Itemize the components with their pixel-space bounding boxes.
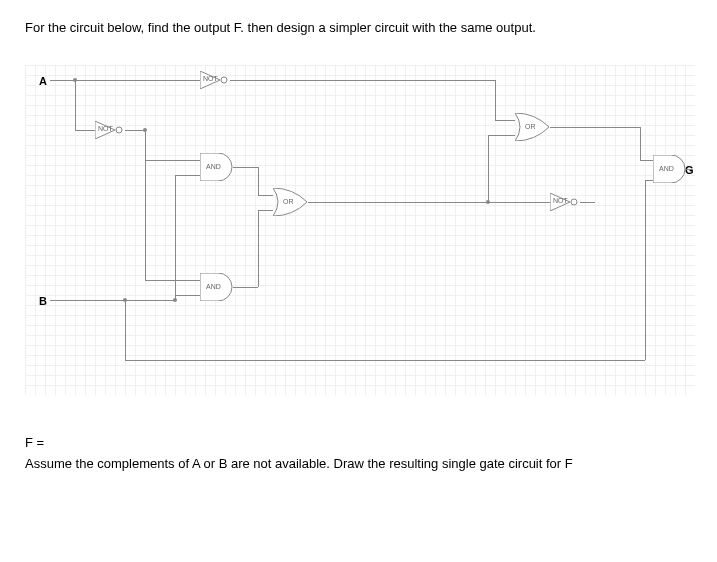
svg-point-5 — [571, 199, 577, 205]
svg-point-1 — [221, 77, 227, 83]
input-a-label: A — [39, 75, 47, 87]
question-prompt: For the circuit below, find the output F… — [25, 20, 692, 35]
or-gate-1: OR — [273, 188, 311, 216]
or-gate-2: OR — [515, 113, 553, 141]
input-b-label: B — [39, 295, 47, 307]
svg-point-3 — [116, 127, 122, 133]
and-gate-2: AND — [200, 273, 236, 301]
and-gate-3: AND — [653, 155, 689, 183]
not-gate-1: NOT — [200, 71, 230, 89]
f-equals-line: F = — [25, 435, 692, 450]
circuit-diagram: A B G NOT NOT AND — [25, 65, 695, 395]
and-gate-1: AND — [200, 153, 236, 181]
not-gate-2: NOT — [95, 121, 125, 139]
not-gate-3: NOT — [550, 193, 580, 211]
footer-section: F = Assume the complements of A or B are… — [25, 435, 692, 471]
assumption-line: Assume the complements of A or B are not… — [25, 456, 692, 471]
